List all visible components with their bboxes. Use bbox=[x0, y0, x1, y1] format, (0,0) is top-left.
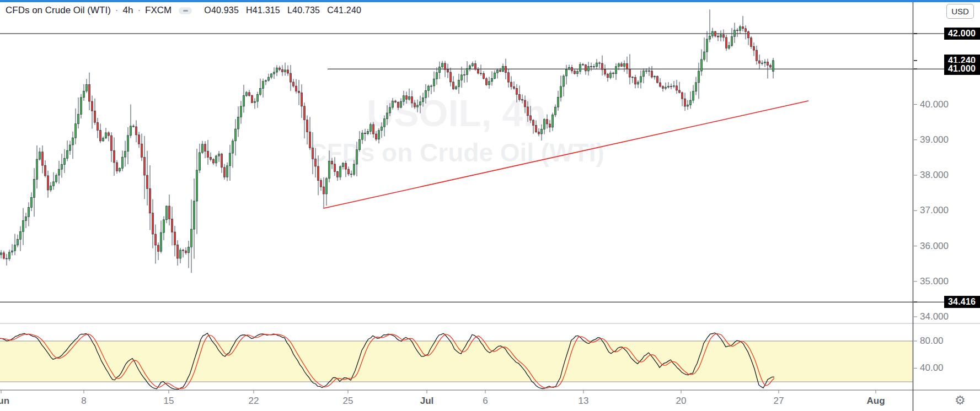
candle bbox=[579, 64, 581, 72]
candle bbox=[58, 169, 60, 175]
candle bbox=[761, 63, 763, 63]
candle bbox=[190, 229, 192, 247]
candle bbox=[55, 175, 57, 182]
candle bbox=[28, 207, 29, 217]
candle bbox=[320, 181, 322, 187]
candle bbox=[560, 86, 561, 98]
chart-window: USOIL, 4h CFDs on Crude Oil (WTI) CFDs o… bbox=[0, 0, 980, 411]
candle bbox=[215, 156, 217, 163]
trendline-drawing[interactable] bbox=[324, 101, 808, 208]
time-axis-label-25: 25 bbox=[343, 396, 354, 407]
candle bbox=[480, 73, 481, 74]
candle bbox=[279, 68, 280, 69]
candle bbox=[342, 163, 344, 167]
candle bbox=[700, 60, 702, 71]
candle bbox=[623, 64, 625, 67]
candle bbox=[188, 247, 189, 253]
candle bbox=[447, 69, 448, 72]
candle bbox=[742, 27, 743, 29]
price-chart-canvas[interactable] bbox=[0, 0, 980, 411]
candle bbox=[276, 68, 277, 72]
candle bbox=[574, 71, 575, 74]
candle bbox=[39, 152, 40, 159]
candle bbox=[722, 35, 724, 37]
candle bbox=[88, 85, 90, 101]
interval-label[interactable]: 4h bbox=[122, 5, 133, 16]
candle bbox=[618, 64, 619, 67]
candle bbox=[667, 86, 669, 88]
candle bbox=[466, 69, 468, 75]
candle bbox=[306, 120, 308, 132]
candle bbox=[670, 86, 672, 87]
currency-toggle-button[interactable]: USD bbox=[946, 4, 974, 19]
candle bbox=[102, 138, 104, 141]
price-badge-34.416: 34.416 bbox=[944, 296, 980, 308]
symbol-title[interactable]: CFDs on Crude Oil (WTI) bbox=[6, 5, 111, 16]
candle bbox=[108, 133, 109, 136]
candle bbox=[444, 63, 446, 70]
candle bbox=[240, 106, 242, 117]
candle bbox=[364, 133, 366, 133]
candle bbox=[587, 67, 589, 71]
candle bbox=[458, 80, 459, 86]
candle bbox=[449, 72, 451, 82]
candle bbox=[731, 36, 732, 45]
candle bbox=[631, 77, 633, 78]
candle bbox=[33, 180, 35, 198]
candle bbox=[546, 120, 548, 124]
candle bbox=[124, 152, 126, 157]
price-axis-label-37.000: 37.000 bbox=[920, 205, 977, 216]
candle bbox=[648, 71, 650, 72]
candle bbox=[593, 67, 595, 67]
candle bbox=[438, 67, 440, 72]
candle bbox=[290, 73, 291, 82]
candle bbox=[243, 96, 244, 106]
candle bbox=[513, 86, 515, 88]
candle bbox=[673, 86, 674, 86]
high-value: H41.315 bbox=[246, 6, 280, 15]
candle bbox=[105, 133, 106, 138]
candle bbox=[620, 64, 622, 67]
candle bbox=[157, 245, 159, 251]
candle bbox=[44, 165, 46, 176]
time-axis-label-8: 8 bbox=[81, 396, 86, 407]
candle bbox=[645, 71, 647, 72]
candle bbox=[323, 187, 324, 194]
candle bbox=[146, 175, 148, 188]
candle bbox=[97, 122, 98, 130]
candle bbox=[571, 67, 572, 71]
candle bbox=[262, 82, 264, 89]
candle bbox=[427, 86, 429, 90]
candle bbox=[63, 158, 65, 164]
candle bbox=[199, 153, 200, 170]
candle bbox=[234, 129, 236, 141]
candle bbox=[565, 69, 567, 76]
candle bbox=[585, 65, 586, 71]
price-axis-label-36.000: 36.000 bbox=[920, 241, 977, 252]
exchange-label[interactable]: FXCM bbox=[145, 5, 172, 16]
candle bbox=[609, 73, 611, 78]
candle bbox=[681, 93, 683, 99]
close-value: C41.240 bbox=[327, 6, 361, 15]
candle bbox=[367, 131, 368, 133]
candle bbox=[472, 64, 473, 66]
candle bbox=[176, 245, 178, 258]
candle bbox=[69, 145, 71, 150]
candle bbox=[149, 188, 151, 213]
legend-collapse-button[interactable] bbox=[179, 7, 192, 14]
candle bbox=[551, 115, 553, 128]
candle bbox=[383, 119, 385, 127]
gear-icon[interactable]: ⚙ bbox=[955, 392, 966, 409]
candle bbox=[689, 100, 691, 105]
candle bbox=[507, 73, 509, 82]
candle bbox=[422, 98, 424, 102]
candle bbox=[66, 150, 68, 158]
candle bbox=[339, 167, 341, 177]
candle bbox=[284, 70, 286, 72]
price-axis-label-38.000: 38.000 bbox=[920, 170, 977, 181]
candle bbox=[314, 159, 316, 166]
candle bbox=[687, 105, 688, 107]
candle bbox=[36, 159, 38, 180]
candle bbox=[505, 66, 506, 73]
candle bbox=[353, 164, 355, 175]
